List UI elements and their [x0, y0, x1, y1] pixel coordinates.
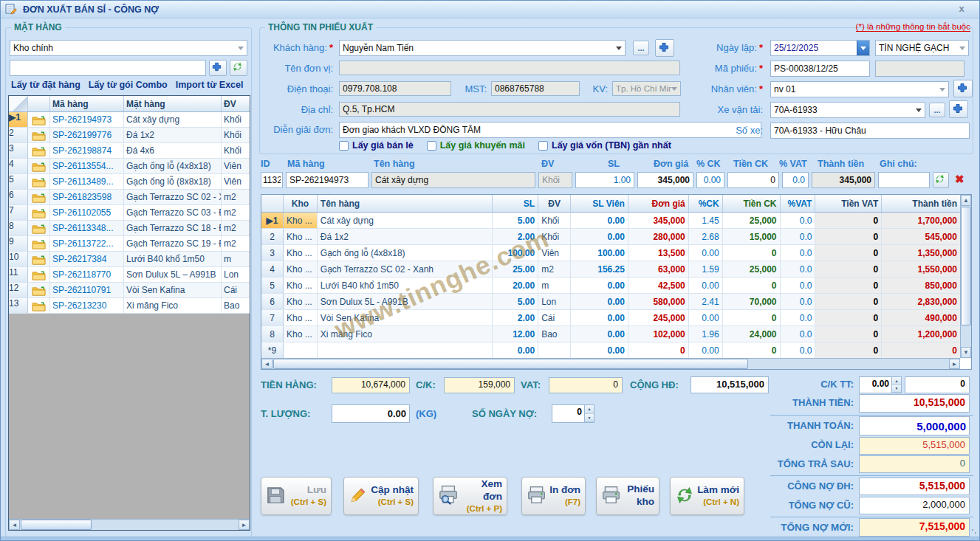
- column-header-sl-vien[interactable]: SL Viên: [571, 195, 628, 212]
- warehouse-slip-button[interactable]: Phiếu kho: [596, 477, 659, 515]
- cell-dv[interactable]: m: [538, 278, 571, 293]
- reset-button[interactable]: Làm mới(Ctrl + N): [670, 477, 744, 515]
- cell-sl[interactable]: 5.00: [493, 294, 538, 309]
- row-number[interactable]: 4: [261, 261, 284, 277]
- warehouse-select[interactable]: Kho chính: [10, 40, 247, 56]
- cell-tien-ck[interactable]: 0: [723, 278, 781, 293]
- scroll-right-icon[interactable]: ►: [239, 520, 250, 530]
- cell-vat-pct[interactable]: 0.0: [781, 294, 816, 309]
- grid-row[interactable]: 3Kho ...Gạch ống lỗ (4x8x18)100.00Viên10…: [261, 245, 960, 261]
- grid-row[interactable]: 4Kho ...Gạch Terrazzo SC 02 - Xanh25.00m…: [261, 261, 960, 278]
- cell-dv[interactable]: Viên: [538, 245, 571, 261]
- ck-tt-spinner[interactable]: 0.00 ▲▼: [859, 376, 902, 393]
- cell-don-gia[interactable]: 580,000: [628, 294, 689, 309]
- cell-thanh-tien[interactable]: 1,550,000: [882, 261, 960, 277]
- cell-vat-pct[interactable]: 0.0: [781, 326, 816, 342]
- cell-ck-pct[interactable]: 0.00: [689, 245, 723, 261]
- add-product-button[interactable]: [209, 60, 227, 76]
- cell-sl[interactable]: 5.00: [493, 213, 538, 228]
- entry-vat-pct-input[interactable]: [782, 172, 809, 188]
- product-unit[interactable]: m2: [222, 190, 247, 204]
- cell-sl-vien[interactable]: 0.00: [571, 213, 628, 228]
- cell-ten-hang[interactable]: [318, 342, 493, 358]
- product-unit[interactable]: m: [222, 252, 247, 266]
- checkbox-icon[interactable]: [538, 141, 548, 151]
- cell-tien-ck[interactable]: 25,000: [723, 261, 781, 277]
- cell-sl-vien[interactable]: 0.00: [571, 294, 628, 309]
- cell-don-gia[interactable]: 42,500: [628, 278, 689, 293]
- vehicle-combo[interactable]: 70A-61933: [770, 102, 925, 118]
- cell-tien-ck[interactable]: 0: [723, 342, 781, 358]
- product-name[interactable]: Đá 4x6: [124, 143, 222, 158]
- row-number[interactable]: 5: [261, 278, 284, 293]
- cell-kho[interactable]: Kho ...: [284, 245, 318, 261]
- row-number[interactable]: ▶1: [261, 213, 284, 228]
- product-row[interactable]: 8SP-26113348...Gạch Terrazzo SC 18 - Đỏm…: [9, 221, 250, 236]
- scroll-down-icon[interactable]: ▼: [961, 347, 971, 358]
- column-header-sl[interactable]: SL: [493, 195, 538, 212]
- product-name[interactable]: Xi măng Fico: [124, 298, 222, 313]
- column-header-dv[interactable]: ĐV: [538, 195, 571, 212]
- scroll-right-icon[interactable]: ►: [949, 359, 960, 369]
- calendar-dropdown-icon[interactable]: [857, 41, 869, 55]
- column-header-dv[interactable]: ĐV: [222, 96, 247, 111]
- cell-tien-vat[interactable]: 0: [815, 261, 882, 277]
- product-row[interactable]: 9SP-26113722...Gạch Terrazzo SC 19 - Đỏm…: [9, 236, 250, 252]
- grid-vscrollbar[interactable]: ▲ ▼: [960, 195, 971, 358]
- product-row[interactable]: 3SP-262198874Đá 4x6Khối: [9, 143, 250, 159]
- grid-row[interactable]: 7Kho ...Vòi Sen Kafina2.00Cái0.00245,000…: [261, 310, 960, 326]
- cell-ten-hang[interactable]: Vòi Sen Kafina: [318, 310, 493, 325]
- cell-sl-vien[interactable]: 0.00: [571, 278, 628, 293]
- row-number[interactable]: 2: [9, 128, 28, 142]
- cell-ten-hang[interactable]: Sơn Dulux 5L - A991B: [318, 294, 493, 309]
- product-name[interactable]: Gạch Terrazzo SC 19 - Đỏ: [124, 236, 222, 251]
- product-unit[interactable]: Lon: [222, 267, 247, 282]
- cell-thanh-tien[interactable]: 1,200,000: [882, 326, 960, 342]
- entry-id-input[interactable]: [261, 172, 283, 188]
- cell-sl[interactable]: 20.00: [493, 278, 538, 293]
- staff-combo[interactable]: nv 01: [770, 81, 949, 97]
- scroll-up-icon[interactable]: ▲: [961, 195, 971, 206]
- code-input[interactable]: [770, 61, 870, 77]
- scroll-left-icon[interactable]: ◄: [261, 359, 273, 369]
- product-code[interactable]: SP-262118770: [50, 267, 124, 282]
- cell-ten-hang[interactable]: Lưới B40 khổ 1m50: [318, 278, 493, 293]
- cell-ck-pct[interactable]: 1.96: [689, 326, 723, 342]
- checkbox-lay-gia-von[interactable]: Lấy giá vốn (TBN) gần nhất: [538, 140, 671, 151]
- column-header-ck-pct[interactable]: %CK: [689, 195, 723, 212]
- cell-kho[interactable]: [284, 342, 318, 358]
- cell-kho[interactable]: Kho ...: [284, 310, 318, 325]
- row-number[interactable]: 2: [261, 229, 284, 244]
- date-picker[interactable]: 25/12/2025: [770, 40, 870, 56]
- product-row[interactable]: 4SP-26113554...Gạch ống lỗ (4x8x18)Viên: [9, 159, 250, 174]
- product-code[interactable]: SP-262194973: [50, 112, 124, 127]
- company-combo[interactable]: TÍN NGHỆ GẠCH: [875, 40, 969, 56]
- product-code[interactable]: SP-262199776: [50, 128, 124, 142]
- link-lay-tu-dat-hang[interactable]: Lấy từ đặt hàng: [11, 80, 80, 90]
- add-customer-button[interactable]: [655, 39, 674, 57]
- view-order-button[interactable]: Xem đơn(Ctrl + P): [433, 477, 507, 515]
- entry-price-input[interactable]: [637, 172, 693, 188]
- cell-sl[interactable]: 100.00: [493, 245, 538, 261]
- grid-row[interactable]: *90.000.0000.0000.000: [261, 342, 960, 358]
- close-icon[interactable]: x: [954, 3, 969, 16]
- cell-vat-pct[interactable]: 0.0: [781, 213, 816, 228]
- cell-dv[interactable]: Khối: [538, 229, 571, 244]
- cell-thanh-tien[interactable]: 490,000: [882, 310, 960, 325]
- column-header-kho[interactable]: Kho: [284, 195, 318, 212]
- cell-sl[interactable]: 2.00: [493, 310, 538, 325]
- scrollbar-thumb[interactable]: [961, 207, 971, 325]
- product-name[interactable]: Gạch ống lỗ (4x8x18): [124, 159, 222, 173]
- product-code[interactable]: SP-261102055: [50, 205, 124, 220]
- grid-row[interactable]: 8Kho ...Xi măng Fico12.00Bao0.00102,0001…: [261, 326, 960, 342]
- product-unit[interactable]: m2: [222, 205, 247, 220]
- cell-sl-vien[interactable]: 0.00: [571, 229, 628, 244]
- column-header-thanh-tien[interactable]: Thành tiền: [882, 195, 960, 212]
- scrollbar-thumb[interactable]: [21, 520, 92, 530]
- product-code[interactable]: SP-26113554...: [50, 159, 124, 173]
- cell-vat-pct[interactable]: 0.0: [781, 261, 816, 277]
- row-number[interactable]: 8: [9, 221, 28, 235]
- cell-thanh-tien[interactable]: 2,830,000: [882, 294, 960, 309]
- cell-thanh-tien[interactable]: 545,000: [882, 229, 960, 244]
- checkbox-lay-gia-khuyen-mai[interactable]: Lấy giá khuyến mãi: [427, 140, 525, 151]
